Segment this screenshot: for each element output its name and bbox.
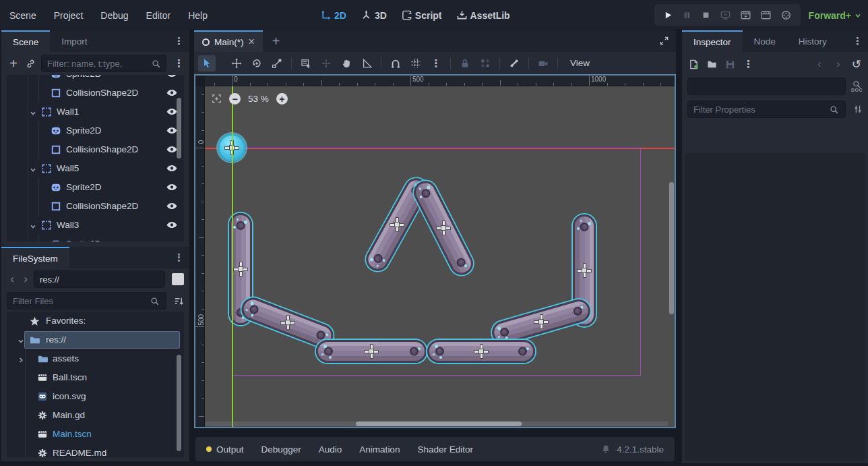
path-input[interactable] (34, 270, 165, 288)
chevron-down-icon[interactable] (30, 222, 36, 232)
zoom-in-button[interactable]: + (276, 93, 288, 105)
context-3d-button[interactable]: 3D (361, 10, 387, 21)
sort-files-icon[interactable] (174, 296, 184, 306)
visibility-eye-icon[interactable] (166, 202, 177, 210)
play-custom-scene-button[interactable] (761, 10, 771, 20)
move-gizmo[interactable] (437, 221, 450, 235)
tab-node[interactable]: Node (743, 30, 787, 52)
visibility-eye-icon[interactable] (166, 108, 177, 115)
wall-bottom-left[interactable] (316, 340, 427, 363)
group-node-button[interactable] (476, 55, 494, 71)
move-gizmo[interactable] (534, 315, 548, 328)
list-select-button[interactable] (297, 55, 315, 71)
snap-options-icon[interactable]: ⋮ (427, 55, 445, 71)
file-row[interactable]: icon.svg (7, 387, 184, 406)
visibility-eye-icon[interactable] (166, 127, 177, 134)
inspector-dock-menu-icon[interactable]: ⋮ (852, 35, 863, 47)
menu-editor[interactable]: Editor (146, 10, 171, 21)
tab-history[interactable]: History (787, 30, 838, 52)
visibility-eye-icon[interactable] (166, 165, 177, 172)
v-scrollbar-thumb[interactable] (669, 182, 674, 314)
tree-row[interactable]: Wall1 (7, 103, 184, 121)
visibility-eye-icon[interactable] (166, 221, 177, 229)
instance-scene-button[interactable] (26, 59, 36, 69)
chevron-down-icon[interactable] (30, 165, 36, 175)
add-node-button[interactable]: + (7, 56, 20, 71)
view-menu-button[interactable]: View (563, 58, 596, 68)
tree-row[interactable]: Wall3 (7, 216, 184, 235)
visibility-eye-icon[interactable] (166, 75, 177, 78)
pivot-tool-button[interactable] (317, 55, 335, 71)
move-gizmo[interactable] (234, 262, 247, 276)
grid-snap-button[interactable] (407, 55, 425, 71)
menu-help[interactable]: Help (188, 10, 208, 21)
tab-scene[interactable]: Scene (1, 30, 50, 52)
menu-project[interactable]: Project (54, 10, 84, 21)
menu-scene[interactable]: Scene (9, 10, 36, 21)
tree-row[interactable]: Sprite2D (7, 178, 184, 197)
scene-filter-input[interactable] (41, 55, 166, 72)
tree-row[interactable]: CollisionShape2D (7, 84, 184, 103)
tree-row[interactable]: CollisionShape2D (7, 140, 184, 159)
tree-row[interactable]: Sprite2D (7, 75, 184, 84)
history-forward-icon[interactable]: › (833, 59, 844, 69)
expand-viewport-icon[interactable] (659, 36, 669, 49)
play-scene-button[interactable] (741, 10, 751, 20)
chevron-down-icon[interactable] (18, 337, 24, 347)
load-resource-icon[interactable] (707, 59, 717, 69)
bottom-panel-animation[interactable]: Animation (359, 444, 400, 455)
scene-tree-menu-icon[interactable]: ⋮ (174, 57, 184, 69)
canvas-2d[interactable]: − 53 % + (205, 86, 675, 427)
wall-bottom-right[interactable] (427, 340, 535, 363)
scale-tool-button[interactable] (268, 55, 286, 71)
notifications-bell-icon[interactable] (601, 444, 611, 454)
scene-tab-main[interactable]: Main(*) × (194, 30, 263, 52)
ruler-tool-button[interactable] (358, 55, 375, 71)
filesystem-scrollbar[interactable] (177, 355, 181, 451)
pause-button[interactable] (683, 11, 691, 20)
filesystem-dock-menu-icon[interactable]: ⋮ (174, 252, 184, 264)
visibility-eye-icon[interactable] (166, 146, 177, 153)
zoom-out-button[interactable]: − (229, 93, 241, 105)
resource-menu-icon[interactable]: ⋮ (743, 58, 753, 70)
bottom-panel-output[interactable]: Output (206, 444, 244, 455)
chevron-right-icon[interactable] (18, 355, 24, 366)
smart-snap-button[interactable] (387, 55, 404, 71)
scene-tree-scrollbar[interactable] (177, 98, 181, 158)
tab-import[interactable]: Import (50, 30, 98, 52)
play-button[interactable] (664, 11, 673, 20)
file-filter-input[interactable] (7, 292, 166, 310)
file-row[interactable]: Ball.tscn (7, 368, 184, 387)
move-gizmo[interactable] (365, 345, 378, 358)
select-tool-button[interactable] (198, 55, 216, 71)
history-back-icon[interactable]: ‹ (814, 59, 825, 69)
nav-forward-icon[interactable]: › (20, 274, 31, 285)
file-row[interactable]: README.md (7, 444, 184, 457)
edit-history-icon[interactable]: ↺ (852, 57, 861, 71)
pan-tool-button[interactable] (338, 55, 355, 71)
context-assetlib-button[interactable]: AssetLib (457, 10, 510, 21)
movie-maker-button[interactable] (781, 10, 791, 20)
close-icon[interactable]: × (249, 38, 255, 46)
remote-debug-button[interactable] (720, 10, 731, 20)
zoom-percentage[interactable]: 53 % (248, 94, 269, 104)
file-row[interactable]: Main.gd (7, 406, 184, 425)
file-row[interactable]: assets (7, 349, 184, 368)
file-row[interactable]: Favorites: (7, 312, 184, 330)
scene-dock-menu-icon[interactable]: ⋮ (174, 35, 184, 47)
h-scrollbar-thumb[interactable] (356, 421, 522, 426)
visibility-eye-icon[interactable] (166, 183, 177, 191)
visibility-eye-icon[interactable] (166, 89, 177, 96)
center-view-icon[interactable] (212, 94, 222, 104)
save-resource-icon[interactable] (725, 59, 735, 69)
rotate-tool-button[interactable] (248, 55, 266, 71)
context-2d-button[interactable]: 2D (321, 10, 346, 21)
move-gizmo[interactable] (390, 218, 404, 231)
lock-node-button[interactable] (456, 55, 474, 71)
bottom-panel-debugger[interactable]: Debugger (261, 444, 301, 455)
renderer-dropdown[interactable]: Forward+ (809, 0, 861, 30)
filter-properties-input[interactable] (687, 100, 846, 118)
skeleton-options-button[interactable] (505, 55, 523, 71)
menu-debug[interactable]: Debug (100, 10, 128, 21)
new-resource-icon[interactable] (689, 59, 699, 69)
